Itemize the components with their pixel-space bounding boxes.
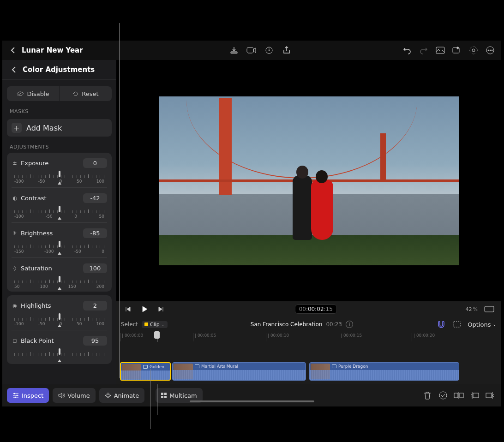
time-marker: | 00:00:05 bbox=[193, 333, 216, 341]
timeline-title: San Francisco Celebration bbox=[251, 321, 323, 328]
svg-point-14 bbox=[17, 395, 18, 396]
adjustment-value[interactable]: 100 bbox=[83, 263, 107, 273]
chevron-down-icon: ⌄ bbox=[162, 323, 165, 327]
options-button[interactable]: Options ⌄ bbox=[468, 321, 496, 328]
timeline-clip[interactable]: Purple Dragon bbox=[309, 362, 459, 381]
home-indicator bbox=[190, 400, 314, 402]
back-chevron-icon[interactable] bbox=[8, 45, 18, 55]
sliders-icon bbox=[12, 393, 19, 398]
clip-name: Martial Arts Mural bbox=[201, 364, 238, 369]
effects-icon[interactable] bbox=[452, 45, 462, 55]
grid-icon bbox=[161, 393, 167, 398]
info-icon[interactable]: i bbox=[346, 321, 353, 328]
svg-rect-21 bbox=[454, 393, 458, 398]
svg-rect-11 bbox=[485, 306, 494, 312]
timeline-tracks[interactable]: GoldenMartial Arts MuralPurple Dragon bbox=[116, 342, 501, 384]
timecode-display[interactable]: 00:00:02:15 bbox=[295, 305, 337, 314]
adjustment-name: Highlights bbox=[21, 302, 80, 309]
timeline-clip[interactable]: Martial Arts Mural bbox=[172, 362, 306, 381]
svg-rect-17 bbox=[164, 393, 167, 395]
timeline-duration: 00:23 bbox=[326, 321, 342, 328]
animate-tab[interactable]: Animate bbox=[99, 388, 144, 403]
svg-point-13 bbox=[14, 393, 15, 394]
transport-bar: 00:00:02:15 42 % bbox=[116, 301, 501, 317]
adjustment-name: Brightness bbox=[21, 230, 80, 237]
next-frame-icon[interactable] bbox=[156, 304, 166, 314]
masks-section-label: MASKS bbox=[2, 106, 116, 117]
adjustment-slider[interactable]: 50100150200 bbox=[12, 276, 107, 290]
timeline-clip[interactable]: Golden bbox=[120, 362, 171, 381]
adjustment-name: Saturation bbox=[21, 265, 80, 272]
preview-frame bbox=[159, 96, 459, 265]
redo-icon bbox=[419, 45, 429, 55]
delete-icon[interactable] bbox=[421, 389, 433, 401]
disable-button[interactable]: Disable bbox=[7, 86, 60, 101]
voiceover-icon[interactable] bbox=[264, 45, 274, 55]
adjustment-exposure: ± Exposure 0 -100-50050100 bbox=[7, 155, 112, 185]
clip-name: Purple Dragon bbox=[338, 364, 368, 369]
fullscreen-icon[interactable] bbox=[484, 304, 494, 314]
media-browser-icon[interactable] bbox=[435, 45, 445, 55]
share-icon[interactable] bbox=[282, 45, 292, 55]
project-title: Lunar New Year bbox=[22, 46, 83, 54]
panel-title: Color Adjustments bbox=[23, 66, 95, 74]
adjustment-value[interactable]: 95 bbox=[83, 336, 107, 346]
approve-icon[interactable] bbox=[437, 389, 449, 401]
plus-icon: + bbox=[12, 123, 22, 133]
timeline-mode-label: Select bbox=[121, 321, 138, 328]
magnetic-icon[interactable] bbox=[436, 319, 446, 329]
add-mask-button[interactable]: + Add Mask bbox=[7, 119, 112, 137]
time-marker: | 00:00:10 bbox=[266, 333, 289, 341]
undo-icon[interactable] bbox=[402, 45, 412, 55]
zoom-level[interactable]: 42 % bbox=[466, 306, 478, 312]
svg-rect-18 bbox=[161, 396, 163, 398]
adjustment-slider[interactable]: -100-50050 bbox=[12, 206, 107, 220]
settings-dial-icon[interactable] bbox=[468, 45, 479, 55]
callout-line bbox=[119, 23, 120, 378]
reset-button[interactable]: Reset bbox=[60, 86, 112, 101]
volume-tab[interactable]: Volume bbox=[53, 388, 95, 403]
svg-rect-19 bbox=[164, 396, 167, 398]
inspector-sidebar: Color Adjustments Disable Reset MASKS + … bbox=[2, 60, 116, 384]
adjustment-slider[interactable]: -150-100-500 bbox=[12, 241, 107, 255]
timeline-header: Select Clip ⌄ San Francisco Celebration … bbox=[116, 317, 501, 332]
inspect-tab[interactable]: Inspect bbox=[7, 388, 49, 403]
adjustment-value[interactable]: 2 bbox=[83, 301, 107, 311]
svg-point-5 bbox=[470, 47, 477, 54]
panel-back-icon[interactable] bbox=[9, 65, 19, 75]
trim-start-icon[interactable] bbox=[468, 389, 480, 401]
svg-rect-22 bbox=[460, 393, 463, 398]
adjustment-value[interactable]: -42 bbox=[83, 193, 107, 203]
svg-rect-23 bbox=[473, 393, 479, 398]
adjustment-slider[interactable]: -100-50050100 bbox=[12, 171, 107, 185]
adjustment-icon: ☀ bbox=[12, 230, 18, 236]
svg-point-8 bbox=[488, 50, 489, 51]
adjustment-name: Exposure bbox=[21, 160, 80, 167]
time-marker: | 00:00:00 bbox=[120, 333, 143, 341]
speaker-icon bbox=[58, 393, 65, 398]
split-clip-icon[interactable] bbox=[453, 389, 465, 401]
adjustment-icon: ◐ bbox=[12, 195, 18, 201]
adjustment-icon: ◉ bbox=[12, 303, 18, 309]
adjustment-icon: ± bbox=[12, 160, 18, 166]
video-preview[interactable] bbox=[116, 60, 501, 301]
adjustment-name: Black Point bbox=[21, 337, 80, 344]
clip-name: Golden bbox=[150, 364, 164, 369]
prev-frame-icon[interactable] bbox=[123, 304, 133, 314]
import-icon[interactable] bbox=[229, 45, 239, 55]
clip-selector[interactable]: Clip ⌄ bbox=[142, 321, 167, 328]
trim-end-icon[interactable] bbox=[484, 389, 496, 401]
svg-rect-12 bbox=[453, 322, 461, 327]
adjustment-value[interactable]: 0 bbox=[83, 158, 107, 168]
adjustment-icon: ◊ bbox=[12, 265, 18, 271]
svg-point-10 bbox=[492, 50, 492, 51]
adjustment-slider[interactable] bbox=[12, 348, 107, 362]
time-ruler[interactable]: | 00:00:00| 00:00:05| 00:00:10| 00:00:15… bbox=[116, 332, 501, 342]
adjustment-highlights: ◉ Highlights 2 -100-50050100 bbox=[7, 297, 112, 328]
adjustment-slider[interactable]: -100-50050100 bbox=[12, 313, 107, 327]
adjustment-value[interactable]: -85 bbox=[83, 228, 107, 238]
snapping-icon[interactable] bbox=[452, 319, 462, 329]
more-icon[interactable] bbox=[485, 45, 495, 55]
play-icon[interactable] bbox=[139, 304, 150, 314]
record-camera-icon[interactable] bbox=[246, 45, 257, 55]
